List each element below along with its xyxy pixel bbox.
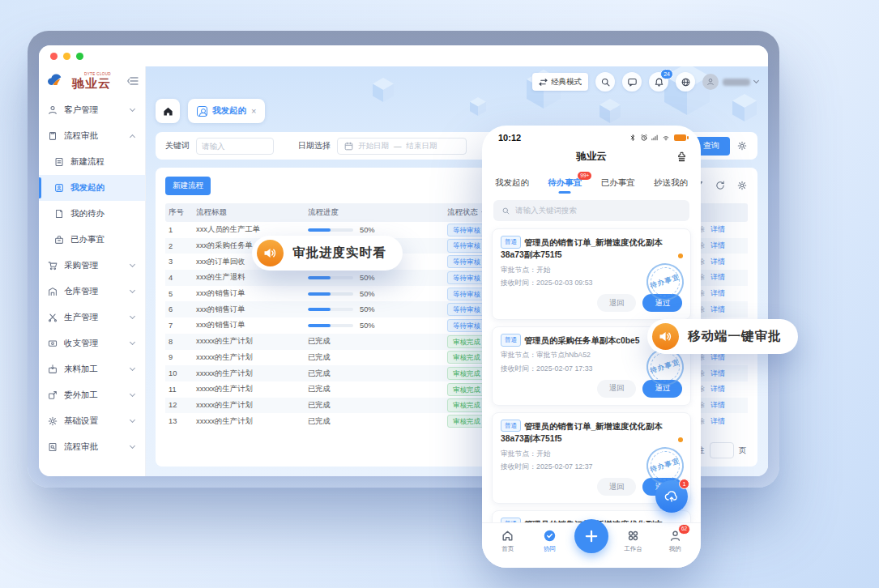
nav-home[interactable]: 首页 xyxy=(491,529,525,553)
detail-link[interactable]: 详情 xyxy=(710,224,725,235)
approval-icon xyxy=(47,130,58,142)
sidebar-item-flow-audit[interactable]: 流程审批 xyxy=(39,434,145,460)
tab-my-initiated[interactable]: 我发起的 × xyxy=(188,99,265,123)
reject-button[interactable]: 退回 xyxy=(597,294,637,312)
detail-link[interactable]: 详情 xyxy=(710,272,725,283)
notification-bell-icon[interactable]: 24 xyxy=(649,72,668,92)
column-settings-gear-icon[interactable] xyxy=(736,180,748,191)
phone-card-list: 普通管理员的销售订单_新增速度优化副本38a73副本751f5 待办事宜 审批节… xyxy=(482,224,701,522)
home-tab-button[interactable] xyxy=(156,99,180,123)
date-start-placeholder: 开始日期 xyxy=(358,141,389,151)
reject-button[interactable]: 退回 xyxy=(597,380,637,398)
notification-badge: 24 xyxy=(660,69,673,79)
tab-close-icon[interactable]: × xyxy=(251,106,256,116)
chevron-down-icon xyxy=(130,313,135,318)
cloud-sync-fab[interactable]: 1 xyxy=(655,480,688,513)
close-window-dot[interactable] xyxy=(50,53,58,60)
detail-link[interactable]: 详情 xyxy=(710,384,725,394)
sidebar-item-settings[interactable]: 基础设置 xyxy=(39,408,145,434)
status-badge: 等待审核 xyxy=(447,271,486,284)
date-range-picker[interactable]: 开始日期 — 结束日期 xyxy=(337,138,467,155)
refresh-icon[interactable] xyxy=(715,180,726,191)
battery-icon xyxy=(674,134,686,141)
sidebar-item-incoming[interactable]: 来料加工 xyxy=(39,356,145,382)
classic-mode-button[interactable]: 经典模式 xyxy=(532,73,588,91)
approval-card[interactable]: 普通管理员的销售订单_新增速度优化副本38a73副本751f5 待办事宜 审批节… xyxy=(492,228,691,320)
plus-icon xyxy=(584,529,599,543)
user-menu[interactable] xyxy=(702,74,758,90)
phone-tab-done[interactable]: 已办事宜 xyxy=(601,177,635,189)
detail-link[interactable]: 详情 xyxy=(710,241,725,251)
status-badge: 等待审核 xyxy=(447,239,486,252)
nav-collaboration[interactable]: 协同 xyxy=(532,529,566,553)
customer-icon xyxy=(47,104,58,116)
sidebar-item-outsource[interactable]: 委外加工 xyxy=(39,382,145,408)
create-new-button[interactable] xyxy=(574,519,608,553)
app-logo: DYTE CLOUD 驰业云 xyxy=(39,66,145,94)
message-icon[interactable] xyxy=(622,72,642,92)
detail-link[interactable]: 详情 xyxy=(710,305,725,315)
sidebar-collapse-icon[interactable] xyxy=(127,76,139,86)
sidebar-item-my-initiated[interactable]: 我发起的 xyxy=(39,175,145,201)
keyword-input[interactable] xyxy=(196,138,274,155)
phone-search-input[interactable]: 请输入关键词搜索 xyxy=(493,200,689,221)
sidebar-item-my-todo[interactable]: 我的待办 xyxy=(39,201,145,227)
phone-tab-initiated[interactable]: 我发起的 xyxy=(495,177,529,189)
date-separator: — xyxy=(394,142,402,151)
maximize-window-dot[interactable] xyxy=(76,53,83,60)
new-flow-icon xyxy=(53,156,65,168)
phone-header: 驰业云 xyxy=(482,150,701,169)
nav-profile[interactable]: 我的 62 xyxy=(658,529,692,553)
speaker-icon xyxy=(257,240,284,266)
iso-cube-decoration xyxy=(470,97,486,116)
calendar-icon xyxy=(344,142,353,151)
sidebar-item-approval[interactable]: 流程审批 xyxy=(39,123,145,149)
detail-link[interactable]: 详情 xyxy=(710,416,725,427)
detail-link[interactable]: 详情 xyxy=(710,369,725,379)
sidebar-item-production[interactable]: 生产管理 xyxy=(39,305,145,330)
chevron-down-icon xyxy=(130,390,135,396)
detail-link[interactable]: 详情 xyxy=(710,257,725,267)
chevron-down-icon xyxy=(130,339,135,344)
sidebar-item-finance[interactable]: 收支管理 xyxy=(39,330,145,356)
phone-app-title: 驰业云 xyxy=(576,151,607,162)
keyword-label: 关键词 xyxy=(165,140,190,151)
new-process-button[interactable]: 新建流程 xyxy=(165,177,211,195)
page-number-input[interactable] xyxy=(710,442,734,458)
sidebar-item-done[interactable]: 已办事宜 xyxy=(39,227,145,253)
chevron-down-icon xyxy=(130,105,135,111)
filter-settings-gear-icon[interactable] xyxy=(736,140,748,151)
nav-workbench[interactable]: 工作台 xyxy=(617,529,651,553)
detail-link[interactable]: 详情 xyxy=(710,288,725,299)
status-badge: 审核完成 xyxy=(447,367,486,380)
sidebar-item-purchase[interactable]: 采购管理 xyxy=(39,253,145,279)
search-icon[interactable] xyxy=(595,72,615,92)
sidebar: DYTE CLOUD 驰业云 客户管理 流程审批 新建流程 xyxy=(39,66,146,476)
money-icon xyxy=(47,338,58,349)
sidebar-item-warehouse[interactable]: 仓库管理 xyxy=(39,279,145,305)
sidebar-item-customer[interactable]: 客户管理 xyxy=(39,97,145,123)
sidebar-item-new-flow[interactable]: 新建流程 xyxy=(39,149,145,175)
reject-button[interactable]: 退回 xyxy=(597,478,637,496)
status-badge: 审核完成 xyxy=(447,415,486,428)
phone-tab-todo[interactable]: 待办事宜99+ xyxy=(548,177,582,189)
stamp-seal-icon[interactable] xyxy=(676,151,688,163)
phone-status-bar: 10:12 xyxy=(482,126,701,150)
minimize-window-dot[interactable] xyxy=(63,53,70,60)
detail-link[interactable]: 详情 xyxy=(710,400,725,411)
collaboration-icon xyxy=(543,529,557,543)
warehouse-icon xyxy=(47,286,58,297)
priority-badge: 普通 xyxy=(501,236,521,249)
globe-icon[interactable] xyxy=(676,72,695,92)
progress-bar xyxy=(308,276,353,279)
incoming-box-icon xyxy=(47,364,58,375)
initiated-icon xyxy=(53,182,65,194)
logo-name: 驰业云 xyxy=(72,77,111,89)
fab-badge: 1 xyxy=(679,479,689,489)
chevron-down-icon xyxy=(753,78,759,83)
iso-cube-decoration xyxy=(373,78,394,102)
tab-bar: 我发起的 × xyxy=(156,99,265,123)
phone-tab-cc[interactable]: 抄送我的 xyxy=(654,177,688,189)
swap-icon xyxy=(539,79,548,86)
search-icon xyxy=(501,207,510,215)
